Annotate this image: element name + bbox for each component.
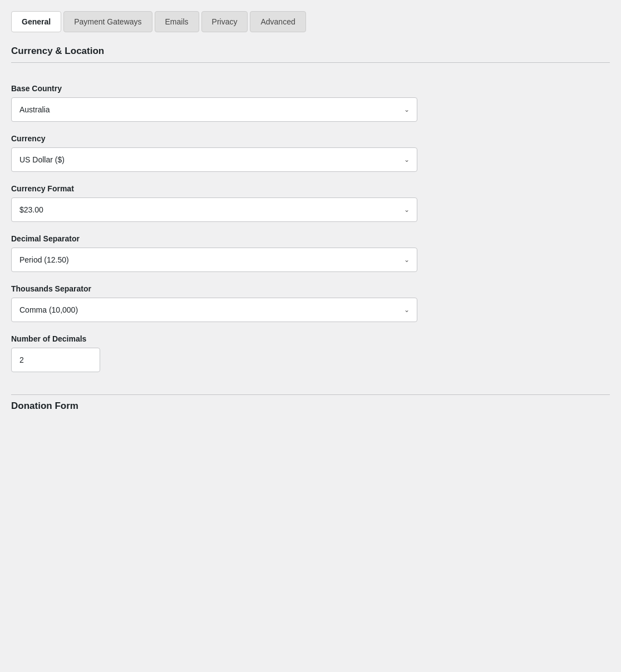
base-country-label: Base Country bbox=[11, 84, 610, 93]
currency-format-field-group: Currency Format $23.00 23.00$ $ 23.00 23… bbox=[11, 184, 610, 222]
decimal-separator-field-group: Decimal Separator Period (12.50) Comma (… bbox=[11, 234, 610, 272]
form-section: Base Country Australia United States Uni… bbox=[11, 66, 610, 378]
decimal-separator-select[interactable]: Period (12.50) Comma (12,50) bbox=[11, 248, 417, 272]
tab-emails[interactable]: Emails bbox=[155, 11, 199, 32]
number-of-decimals-input[interactable] bbox=[11, 348, 100, 372]
tab-payment-gateways[interactable]: Payment Gateways bbox=[63, 11, 152, 32]
base-country-select-wrapper: Australia United States United Kingdom C… bbox=[11, 97, 417, 122]
base-country-field-group: Base Country Australia United States Uni… bbox=[11, 84, 610, 122]
currency-format-select[interactable]: $23.00 23.00$ $ 23.00 23.00 $ bbox=[11, 197, 417, 222]
base-country-select[interactable]: Australia United States United Kingdom C… bbox=[11, 97, 417, 122]
currency-select[interactable]: US Dollar ($) Australian Dollar (A$) Eur… bbox=[11, 147, 417, 172]
currency-format-select-wrapper: $23.00 23.00$ $ 23.00 23.00 $ ⌄ bbox=[11, 197, 417, 222]
number-of-decimals-field-group: Number of Decimals bbox=[11, 334, 610, 372]
donation-form-heading: Donation Form bbox=[11, 394, 610, 412]
thousands-separator-select[interactable]: Comma (10,000) Period (10.000) Space (10… bbox=[11, 298, 417, 322]
currency-field-group: Currency US Dollar ($) Australian Dollar… bbox=[11, 134, 610, 172]
decimal-separator-select-wrapper: Period (12.50) Comma (12,50) ⌄ bbox=[11, 248, 417, 272]
currency-label: Currency bbox=[11, 134, 610, 143]
section-heading: Currency & Location bbox=[11, 46, 610, 63]
decimal-separator-label: Decimal Separator bbox=[11, 234, 610, 243]
number-of-decimals-label: Number of Decimals bbox=[11, 334, 610, 343]
tab-privacy[interactable]: Privacy bbox=[201, 11, 248, 32]
thousands-separator-label: Thousands Separator bbox=[11, 284, 610, 293]
tabs-nav: General Payment Gateways Emails Privacy … bbox=[11, 11, 610, 32]
thousands-separator-select-wrapper: Comma (10,000) Period (10.000) Space (10… bbox=[11, 298, 417, 322]
tab-advanced[interactable]: Advanced bbox=[250, 11, 305, 32]
thousands-separator-field-group: Thousands Separator Comma (10,000) Perio… bbox=[11, 284, 610, 322]
currency-select-wrapper: US Dollar ($) Australian Dollar (A$) Eur… bbox=[11, 147, 417, 172]
currency-format-label: Currency Format bbox=[11, 184, 610, 193]
tab-general[interactable]: General bbox=[11, 11, 61, 32]
page-container: General Payment Gateways Emails Privacy … bbox=[0, 0, 621, 434]
